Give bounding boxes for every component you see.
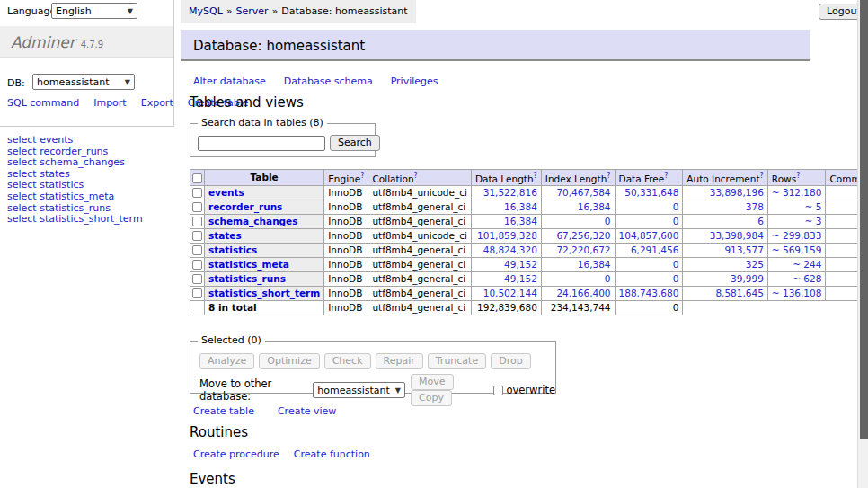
create-table-link[interactable]: Create table bbox=[193, 405, 254, 417]
sidebar-action-export[interactable]: Export bbox=[141, 97, 173, 109]
data-length-link[interactable]: 10,502,144 bbox=[483, 288, 537, 298]
row-checkbox[interactable] bbox=[192, 245, 202, 255]
auto-increment-link[interactable]: 33,898,196 bbox=[710, 187, 764, 198]
rows-link[interactable]: ~ 136,108 bbox=[772, 288, 822, 298]
data-free-link[interactable]: 6,291,456 bbox=[631, 244, 678, 255]
move-button[interactable]: Move bbox=[411, 374, 454, 390]
data-length-link[interactable]: 16,384 bbox=[504, 216, 537, 226]
data-free-link[interactable]: 0 bbox=[673, 201, 679, 212]
db-link-privileges[interactable]: Privileges bbox=[391, 75, 438, 87]
index-length-link[interactable]: 24,166,400 bbox=[556, 288, 610, 298]
rows-link[interactable]: ~ 628 bbox=[793, 273, 821, 284]
rows-link[interactable]: ~ 3 bbox=[805, 216, 822, 226]
index-length-link[interactable]: 16,384 bbox=[578, 201, 611, 212]
create-procedure-link[interactable]: Create procedure bbox=[193, 448, 279, 460]
rows-link[interactable]: ~ 244 bbox=[793, 259, 821, 270]
row-checkbox[interactable] bbox=[192, 288, 202, 298]
auto-increment-link[interactable]: 8,581,645 bbox=[715, 288, 763, 298]
help-icon[interactable]: ? bbox=[534, 172, 537, 180]
row-checkbox[interactable] bbox=[192, 274, 202, 284]
help-icon[interactable]: ? bbox=[760, 172, 764, 180]
truncate-button[interactable]: Truncate bbox=[428, 353, 486, 369]
db-link-alter-database[interactable]: Alter database bbox=[193, 75, 266, 87]
data-length-link[interactable]: 101,859,328 bbox=[477, 230, 537, 241]
rows-link[interactable]: ~ 312,180 bbox=[772, 187, 822, 198]
search-input[interactable] bbox=[198, 136, 325, 151]
data-length-link[interactable]: 49,152 bbox=[504, 259, 537, 270]
sidebar-link-select-events[interactable]: select events bbox=[7, 134, 73, 146]
sidebar-link-select-states[interactable]: select states bbox=[7, 168, 70, 180]
data-length-link[interactable]: 31,522,816 bbox=[483, 187, 537, 198]
sidebar-link-select-statistics-meta[interactable]: select statistics_meta bbox=[7, 191, 114, 202]
language-select[interactable]: English ▼ bbox=[51, 3, 137, 19]
auto-increment-link[interactable]: 6 bbox=[757, 216, 764, 226]
sidebar-action-import[interactable]: Import bbox=[93, 97, 127, 109]
index-length-link[interactable]: 72,220,672 bbox=[556, 244, 610, 255]
table-link-states[interactable]: states bbox=[208, 230, 242, 241]
search-button[interactable]: Search bbox=[330, 135, 380, 151]
data-free-link[interactable]: 104,857,600 bbox=[619, 230, 679, 241]
auto-increment-link[interactable]: 325 bbox=[746, 259, 764, 270]
table-link-schema-changes[interactable]: schema_changes bbox=[208, 216, 298, 226]
table-link-statistics[interactable]: statistics bbox=[208, 244, 257, 255]
data-free-link[interactable]: 188,743,680 bbox=[619, 288, 679, 298]
index-length-link[interactable]: 0 bbox=[605, 216, 611, 226]
sidebar-link-select-recorder-runs[interactable]: select recorder_runs bbox=[7, 146, 108, 157]
check-button[interactable]: Check bbox=[324, 353, 371, 369]
sidebar-link-select-statistics-short-term[interactable]: select statistics_short_term bbox=[7, 213, 143, 225]
data-length-link[interactable]: 49,152 bbox=[504, 273, 537, 284]
select-all-checkbox[interactable] bbox=[192, 173, 202, 183]
data-free-link[interactable]: 0 bbox=[673, 273, 679, 284]
move-database-select[interactable]: homeassistant ▼ bbox=[313, 382, 405, 398]
repair-button[interactable]: Repair bbox=[376, 353, 423, 369]
sidebar-link-select-statistics-runs[interactable]: select statistics_runs bbox=[7, 202, 111, 214]
create-function-link[interactable]: Create function bbox=[294, 448, 370, 460]
rows-link[interactable]: ~ 299,833 bbox=[772, 230, 822, 241]
table-link-events[interactable]: events bbox=[208, 187, 244, 198]
sidebar-link-select-schema-changes[interactable]: select schema_changes bbox=[7, 156, 125, 168]
row-checkbox[interactable] bbox=[192, 202, 202, 212]
scrollbar-track[interactable] bbox=[857, 0, 868, 488]
help-icon[interactable]: ? bbox=[360, 172, 364, 180]
row-checkbox[interactable] bbox=[192, 260, 202, 270]
index-length-link[interactable]: 16,384 bbox=[578, 259, 611, 270]
sidebar-link-select-statistics[interactable]: select statistics bbox=[7, 179, 84, 191]
db-select[interactable]: homeassistant ▼ bbox=[32, 74, 135, 90]
table-link-recorder-runs[interactable]: recorder_runs bbox=[208, 201, 282, 212]
help-icon[interactable]: ? bbox=[664, 172, 668, 180]
auto-increment-link[interactable]: 33,398,984 bbox=[710, 230, 764, 241]
optimize-button[interactable]: Optimize bbox=[259, 353, 319, 369]
help-icon[interactable]: ? bbox=[607, 172, 610, 180]
table-link-statistics-meta[interactable]: statistics_meta bbox=[208, 259, 289, 270]
data-length-link[interactable]: 48,824,320 bbox=[483, 244, 537, 255]
help-icon[interactable]: ? bbox=[414, 172, 418, 180]
index-length-link[interactable]: 70,467,584 bbox=[556, 187, 610, 198]
breadcrumb-link-server[interactable]: Server bbox=[236, 5, 269, 17]
breadcrumb-link-mysql[interactable]: MySQL bbox=[189, 5, 223, 17]
sidebar-action-sql-command[interactable]: SQL command bbox=[7, 97, 79, 109]
copy-button[interactable]: Copy bbox=[411, 390, 452, 406]
data-length-link[interactable]: 16,384 bbox=[504, 201, 537, 212]
data-free-link[interactable]: 50,331,648 bbox=[624, 187, 678, 198]
help-icon[interactable]: ? bbox=[796, 172, 800, 180]
data-free-link[interactable]: 0 bbox=[673, 216, 679, 226]
table-link-statistics-runs[interactable]: statistics_runs bbox=[208, 273, 286, 284]
create-view-link[interactable]: Create view bbox=[278, 405, 336, 417]
rows-link[interactable]: ~ 569,159 bbox=[772, 244, 822, 255]
overwrite-checkbox[interactable] bbox=[493, 386, 503, 395]
data-free-link[interactable]: 0 bbox=[673, 259, 679, 270]
drop-button[interactable]: Drop bbox=[491, 353, 530, 369]
auto-increment-link[interactable]: 378 bbox=[746, 201, 764, 212]
row-checkbox[interactable] bbox=[192, 217, 202, 226]
index-length-link[interactable]: 67,256,320 bbox=[556, 230, 610, 241]
row-checkbox[interactable] bbox=[192, 188, 202, 198]
auto-increment-link[interactable]: 913,577 bbox=[724, 244, 763, 255]
db-link-database-schema[interactable]: Database schema bbox=[284, 75, 373, 87]
auto-increment-link[interactable]: 39,999 bbox=[731, 273, 764, 284]
row-checkbox[interactable] bbox=[192, 231, 202, 241]
analyze-button[interactable]: Analyze bbox=[199, 353, 254, 369]
rows-link[interactable]: ~ 5 bbox=[805, 201, 822, 212]
index-length-link[interactable]: 0 bbox=[605, 273, 611, 284]
table-link-statistics-short-term[interactable]: statistics_short_term bbox=[208, 288, 320, 298]
scrollbar-thumb[interactable] bbox=[860, 0, 868, 439]
